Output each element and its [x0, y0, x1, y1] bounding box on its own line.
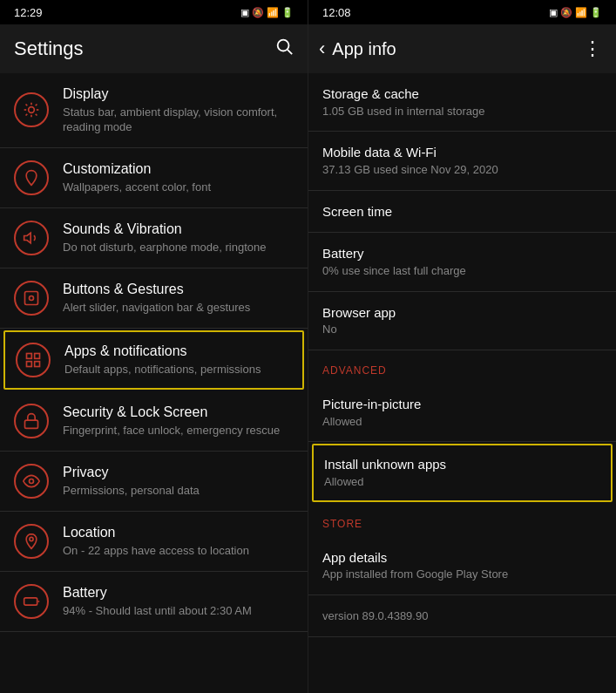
settings-header: Settings	[0, 24, 308, 73]
info-item-version: version 89.0.4389.90	[308, 595, 616, 637]
app-info-content: Storage & cache 1.05 GB used in internal…	[308, 73, 616, 693]
battery-subtitle: 94% - Should last until about 2:30 AM	[63, 604, 294, 619]
settings-item-battery[interactable]: Battery 94% - Should last until about 2:…	[0, 572, 308, 632]
display-title: Display	[63, 85, 294, 104]
sounds-text: Sounds & Vibration Do not disturb, earph…	[63, 221, 294, 255]
app-info-header: ‹ App info ⋮	[308, 24, 616, 73]
app-info-left: ‹ App info	[312, 31, 396, 67]
svg-line-6	[36, 114, 37, 116]
settings-item-privacy[interactable]: Privacy Permissions, personal data	[0, 452, 308, 512]
mobile-data-title: Mobile data & Wi-Fi	[322, 144, 602, 161]
settings-item-security[interactable]: Security & Lock Screen Fingerprint, face…	[0, 391, 308, 452]
privacy-text: Privacy Permissions, personal data	[63, 464, 294, 499]
store-section-label: STORE	[308, 504, 616, 537]
display-subtitle: Status bar, ambient display, vision comf…	[63, 105, 294, 135]
customization-icon	[14, 160, 49, 195]
svg-rect-17	[35, 361, 40, 366]
settings-item-sounds[interactable]: Sounds & Vibration Do not disturb, earph…	[0, 208, 308, 268]
svg-point-0	[278, 40, 289, 51]
svg-rect-12	[25, 291, 38, 304]
install-unknown-subtitle: Allowed	[324, 475, 600, 490]
svg-rect-18	[25, 420, 38, 428]
security-title: Security & Lock Screen	[63, 404, 294, 422]
svg-line-1	[288, 50, 292, 54]
svg-rect-15	[35, 353, 40, 358]
svg-point-2	[29, 107, 35, 113]
signal-icon-right: ▣ 🔕 📶 🔋	[549, 7, 602, 18]
apps-title: Apps & notifications	[64, 343, 292, 361]
location-text: Location On - 22 apps have access to loc…	[63, 524, 294, 559]
apps-text: Apps & notifications Default apps, notif…	[64, 343, 292, 377]
time-right: 12:08	[322, 6, 351, 19]
location-title: Location	[63, 524, 294, 542]
app-info-title: App info	[332, 39, 396, 59]
buttons-title: Buttons & Gestures	[63, 281, 294, 299]
time-left: 12:29	[14, 6, 43, 19]
more-options-button[interactable]: ⋮	[576, 31, 609, 67]
customization-text: Customization Wallpapers, accent color, …	[63, 160, 294, 195]
search-button[interactable]	[274, 37, 294, 61]
settings-item-location[interactable]: Location On - 22 apps have access to loc…	[0, 512, 308, 572]
info-item-browser[interactable]: Browser app No	[308, 292, 616, 350]
battery-text: Battery 94% - Should last until about 2:…	[63, 584, 294, 619]
storage-title: Storage & cache	[322, 85, 602, 103]
display-text: Display Status bar, ambient display, vis…	[63, 85, 294, 135]
status-bar-left: 12:29 ▣ 🔕 📶 🔋	[0, 0, 308, 24]
svg-marker-11	[24, 233, 31, 243]
svg-point-13	[30, 296, 34, 300]
battery-icon	[14, 584, 49, 619]
battery-title-right: Battery	[322, 245, 602, 262]
pip-subtitle: Allowed	[322, 415, 602, 430]
customization-title: Customization	[63, 160, 294, 179]
svg-point-20	[30, 537, 33, 540]
svg-rect-21	[24, 597, 37, 604]
svg-point-19	[30, 479, 34, 483]
status-icons-left: ▣ 🔕 📶 🔋	[240, 7, 294, 18]
buttons-icon	[14, 281, 49, 316]
settings-item-display[interactable]: Display Status bar, ambient display, vis…	[0, 73, 308, 148]
location-icon	[14, 524, 49, 559]
info-item-screen-time[interactable]: Screen time	[308, 191, 616, 234]
svg-line-9	[26, 114, 28, 116]
sounds-subtitle: Do not disturb, earphone mode, ringtone	[63, 241, 294, 255]
back-button[interactable]: ‹	[312, 31, 332, 67]
security-subtitle: Fingerprint, face unlock, emergency resc…	[63, 424, 294, 438]
privacy-icon	[14, 464, 49, 499]
settings-item-apps[interactable]: Apps & notifications Default apps, notif…	[3, 330, 304, 390]
info-item-storage[interactable]: Storage & cache 1.05 GB used in internal…	[308, 73, 616, 132]
left-panel: 12:29 ▣ 🔕 📶 🔋 Settings Display Status ba…	[0, 0, 308, 693]
settings-item-buttons[interactable]: Buttons & Gestures Alert slider, navigat…	[0, 268, 308, 329]
app-details-subtitle: App installed from Google Play Store	[322, 567, 602, 582]
buttons-text: Buttons & Gestures Alert slider, navigat…	[63, 281, 294, 316]
privacy-title: Privacy	[63, 464, 294, 482]
settings-item-customization[interactable]: Customization Wallpapers, accent color, …	[0, 148, 308, 208]
battery-title: Battery	[63, 584, 294, 602]
location-subtitle: On - 22 apps have access to location	[63, 544, 294, 559]
mobile-data-subtitle: 37.13 GB used since Nov 29, 2020	[322, 163, 602, 178]
install-unknown-title: Install unknown apps	[324, 456, 600, 473]
storage-subtitle: 1.05 GB used in internal storage	[322, 105, 602, 119]
info-item-install-unknown[interactable]: Install unknown apps Allowed	[312, 444, 613, 501]
apps-icon	[16, 343, 51, 377]
customization-subtitle: Wallpapers, accent color, font	[63, 180, 294, 195]
signal-icon: ▣ 🔕 📶 🔋	[240, 7, 294, 18]
sounds-title: Sounds & Vibration	[63, 221, 294, 239]
app-details-title: App details	[322, 549, 602, 567]
info-item-battery[interactable]: Battery 0% use since last full charge	[308, 233, 616, 291]
display-icon	[14, 92, 49, 127]
info-item-app-details[interactable]: App details App installed from Google Pl…	[308, 537, 616, 595]
settings-list: Display Status bar, ambient display, vis…	[0, 73, 308, 693]
security-icon	[14, 404, 49, 438]
privacy-subtitle: Permissions, personal data	[63, 484, 294, 499]
battery-subtitle-right: 0% use since last full charge	[322, 264, 602, 279]
sounds-icon	[14, 221, 49, 255]
browser-subtitle: No	[322, 323, 602, 337]
status-icons-right: ▣ 🔕 📶 🔋	[549, 7, 602, 18]
svg-rect-14	[27, 353, 32, 358]
pip-title: Picture-in-picture	[322, 396, 602, 413]
version-text: version 89.0.4389.90	[322, 609, 602, 624]
right-panel: 12:08 ▣ 🔕 📶 🔋 ‹ App info ⋮ Storage & cac…	[308, 0, 616, 693]
svg-line-5	[26, 105, 28, 106]
info-item-mobile-data[interactable]: Mobile data & Wi-Fi 37.13 GB used since …	[308, 132, 616, 190]
info-item-pip[interactable]: Picture-in-picture Allowed	[308, 384, 616, 442]
